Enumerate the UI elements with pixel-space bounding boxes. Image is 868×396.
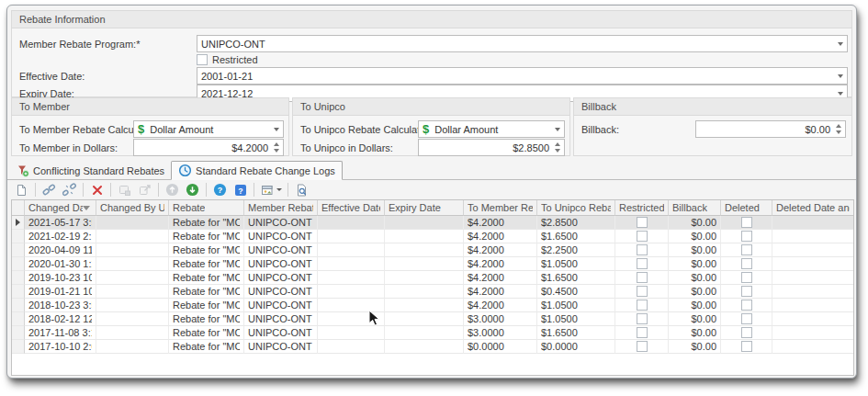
- cell-member_rebate: UNIPCO-ONT: [244, 257, 318, 271]
- table-row[interactable]: 2020-04-09 11:00:3...Rebate for "MCCAI..…: [12, 243, 853, 257]
- spinner-buttons[interactable]: [553, 142, 560, 153]
- to-unipco-dollars-input[interactable]: $2.8500: [418, 139, 565, 156]
- link-button[interactable]: [39, 181, 59, 198]
- tab-standard-rebate-change-logs[interactable]: Standard Rebate Change Logs: [171, 161, 343, 180]
- cell-value: $4.2000: [468, 217, 504, 228]
- restricted-checkbox[interactable]: [637, 300, 648, 311]
- column-header-member_rebate[interactable]: Member Rebate...: [244, 200, 318, 216]
- column-header-changed_by_user[interactable]: Changed By User: [96, 200, 169, 216]
- deleted-checkbox[interactable]: [741, 313, 752, 324]
- column-header-billback[interactable]: Billback: [669, 200, 721, 216]
- restricted-checkbox[interactable]: [637, 258, 648, 269]
- cell-effective_date: [318, 257, 385, 271]
- cell-expiry_date: [385, 340, 464, 354]
- help-button[interactable]: ?: [210, 181, 230, 198]
- restricted-checkbox[interactable]: [637, 341, 648, 352]
- cell-deleted_date_time: [772, 257, 853, 271]
- print-preview-icon: [296, 184, 309, 197]
- restricted-checkbox[interactable]: [637, 244, 648, 255]
- deleted-checkbox[interactable]: [741, 327, 752, 338]
- billback-group: Billback Billback: $0.00: [573, 97, 852, 156]
- cell-changed_date: 2017-10-10 2:09:13...: [25, 340, 96, 354]
- table-row[interactable]: 2017-11-08 3:12:28...Rebate for "MCCAI..…: [12, 326, 853, 340]
- table-row[interactable]: 2019-10-23 10:10:4...Rebate for "MCCAI..…: [12, 271, 853, 285]
- to-unipco-calc-type-combo[interactable]: $ Dollar Amount: [418, 120, 565, 138]
- deleted-checkbox[interactable]: [741, 217, 752, 228]
- row-indicator-cell: [12, 216, 25, 230]
- table-row[interactable]: 2021-02-19 2:18:18...Rebate for "MCCAI..…: [12, 230, 853, 243]
- to-member-dollars-input[interactable]: $4.2000: [133, 139, 284, 156]
- cell-value: $0.00: [691, 341, 716, 352]
- tab-conflicting-standard-rebates[interactable]: Conflicting Standard Rebates: [10, 161, 171, 180]
- cell-changed_date: 2019-10-23 10:10:4...: [25, 271, 96, 285]
- cell-deleted_date_time: [772, 243, 853, 257]
- restricted-checkbox[interactable]: [637, 327, 648, 338]
- chevron-down-icon: [838, 92, 843, 96]
- to-member-title: To Member: [12, 98, 288, 116]
- column-header-deleted[interactable]: Deleted: [721, 200, 772, 216]
- cell-deleted_date_time: [772, 216, 853, 230]
- column-header-deleted_date_time[interactable]: Deleted Date and Time: [772, 200, 853, 216]
- effective-date-combo[interactable]: 2001-01-21: [197, 67, 848, 85]
- column-header-to_unipco_rebate[interactable]: To Unipco Rebate...: [537, 200, 615, 216]
- to-member-calc-type-combo[interactable]: $ Dollar Amount: [133, 120, 284, 138]
- deleted-checkbox[interactable]: [741, 244, 752, 255]
- deleted-checkbox[interactable]: [741, 231, 752, 242]
- deleted-checkbox[interactable]: [741, 286, 752, 297]
- deleted-checkbox[interactable]: [741, 272, 752, 283]
- deleted-checkbox[interactable]: [741, 300, 752, 311]
- table-row[interactable]: 2019-01-21 10:29:0...Rebate for "MCCAI..…: [12, 285, 853, 299]
- cell-member_rebate: UNIPCO-ONT: [244, 216, 318, 230]
- cell-to_unipco_rebate: $1.0500: [537, 312, 615, 326]
- cell-deleted: [721, 216, 772, 230]
- unlink-icon: [62, 183, 76, 197]
- delete-button[interactable]: [87, 181, 107, 198]
- cell-member_rebate: UNIPCO-ONT: [244, 340, 318, 354]
- cell-value: $1.0500: [541, 258, 578, 269]
- conflicting-rebates-icon: [17, 164, 29, 177]
- table-row[interactable]: 2018-10-23 3:55:54...Rebate for "MCCAI..…: [12, 299, 853, 312]
- to-unipco-group: To Unipco To Unipco Rebate Calculation T…: [292, 97, 570, 156]
- to-member-calc-type-value: Dollar Amount: [150, 124, 270, 135]
- table-row[interactable]: 2017-10-10 2:09:13...Rebate for "MCCAI..…: [12, 340, 853, 354]
- spinner-buttons[interactable]: [272, 142, 279, 153]
- member-rebate-program-combo[interactable]: UNIPCO-ONT: [197, 35, 848, 52]
- billback-input[interactable]: $0.00: [695, 120, 846, 138]
- restricted-checkbox[interactable]: [637, 217, 648, 228]
- column-header-rebate[interactable]: Rebate: [169, 200, 244, 216]
- question-square-icon: ?: [234, 184, 247, 197]
- column-header-expiry_date[interactable]: Expiry Date: [385, 200, 464, 216]
- new-record-button[interactable]: [12, 181, 31, 198]
- change-log-grid: Changed Date...Changed By UserRebateMemb…: [11, 199, 854, 376]
- cell-restricted: [615, 257, 669, 271]
- table-row[interactable]: 2021-05-17 3:52:30...Rebate for "MCCAI..…: [12, 216, 853, 230]
- restricted-checkbox[interactable]: [637, 313, 648, 324]
- cell-value: Rebate for "MCCAI...: [173, 286, 240, 297]
- download-button[interactable]: [183, 181, 202, 198]
- cell-value: UNIPCO-ONT: [248, 327, 312, 338]
- column-header-restricted[interactable]: Restricted: [615, 200, 669, 216]
- feedback-button[interactable]: ?: [231, 181, 250, 198]
- spinner-buttons[interactable]: [834, 124, 841, 134]
- table-row[interactable]: 2018-02-12 12:40:4...Rebate for "MCCAI..…: [12, 312, 853, 326]
- cell-deleted: [721, 243, 772, 257]
- cell-billback: $0.00: [669, 340, 721, 354]
- print-preview-button[interactable]: [292, 181, 311, 198]
- export-button[interactable]: [258, 181, 284, 198]
- cell-to_member_rebate: $4.2000: [464, 271, 537, 285]
- cell-to_unipco_rebate: $0.4500: [537, 285, 615, 299]
- restricted-checkbox[interactable]: [637, 272, 648, 283]
- column-header-to_member_rebate[interactable]: To Member Rebate...: [464, 200, 537, 216]
- restricted-checkbox[interactable]: [197, 54, 208, 65]
- cell-member_rebate: UNIPCO-ONT: [244, 326, 318, 340]
- restricted-checkbox[interactable]: [637, 231, 648, 242]
- column-header-effective_date[interactable]: Effective Date: [318, 200, 385, 216]
- unlink-button[interactable]: [60, 181, 79, 198]
- change-history-icon: [178, 164, 192, 177]
- cell-value: 2019-10-23 10:10:4...: [28, 272, 92, 283]
- deleted-checkbox[interactable]: [741, 341, 752, 352]
- table-row[interactable]: 2020-01-30 1:20:36...Rebate for "MCCAI..…: [12, 257, 853, 271]
- deleted-checkbox[interactable]: [741, 258, 752, 269]
- restricted-checkbox[interactable]: [637, 286, 648, 297]
- column-header-changed_date[interactable]: Changed Date...: [25, 200, 96, 216]
